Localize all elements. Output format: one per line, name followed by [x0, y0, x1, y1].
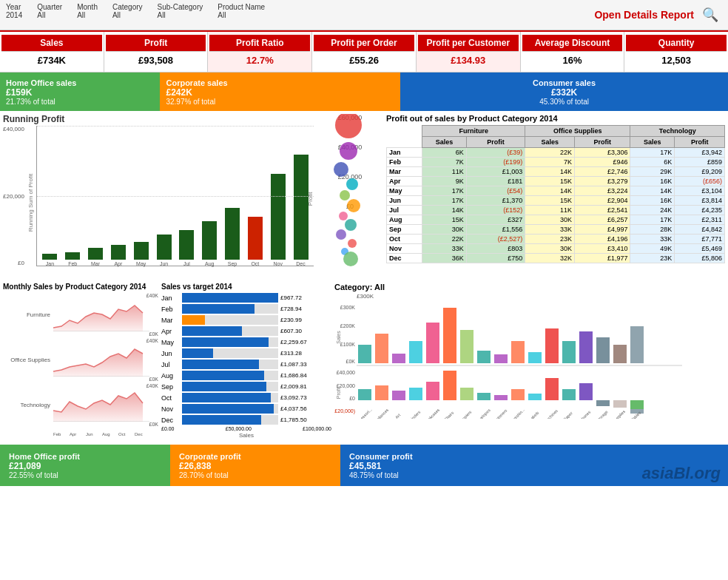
mini-x-labels: Feb Apr Jun Aug Oct Dec: [3, 428, 158, 437]
main-content: Running Profit £40,000 £20,000 £0 Runnin…: [0, 111, 728, 280]
table-row: Jun17K£1,37015K£2,90416K£3,814: [387, 196, 725, 206]
table-row: Mar11K£1,00314K£2,74629K£9,209: [387, 167, 725, 177]
month-cell: May: [387, 186, 422, 196]
office-mini-chart: £40K £0K: [53, 338, 158, 382]
svg-text:Chairs: Chairs: [443, 411, 455, 419]
svg-text:Accessori...: Accessori...: [354, 407, 373, 419]
svg-rect-39: [596, 337, 610, 363]
y-label-0: £0: [18, 260, 24, 266]
filter-year[interactable]: Year 2014: [6, 3, 22, 19]
tech-chart-row: Technology £40K £0K: [3, 383, 158, 427]
svg-text:Appliances: Appliances: [372, 408, 389, 419]
category-all-section: Category: All £300K £300K £200K £100K £0…: [334, 283, 725, 439]
running-profit-title: Running Profit: [3, 114, 314, 124]
filter-subcategory[interactable]: Sub-Category All: [158, 3, 203, 19]
monthly-sales-title: Monthly Sales by Product Category 2014: [3, 283, 158, 291]
seg-home-value: £159K: [6, 87, 32, 98]
footer-consumer-label: Consumer profit: [349, 452, 719, 461]
svg-point-2: [334, 162, 348, 177]
svg-point-7: [345, 219, 357, 231]
table-row: Jan6K(£39)22K£3,30617K£3,942: [387, 148, 725, 158]
target-row: Nov£4,037.56: [161, 404, 331, 414]
kpi-sales-header: Sales: [1, 35, 102, 52]
category-all-title: Category: All: [334, 283, 725, 291]
svg-text:Apr: Apr: [70, 432, 76, 436]
kpi-profit-value: £93,508: [106, 52, 206, 69]
table-row: Aug15K£32730K£6,25717K£2,311: [387, 215, 725, 225]
svg-text:Paper: Paper: [562, 411, 573, 419]
svg-text:Jun: Jun: [86, 432, 93, 436]
open-details-label: Open Details Report: [594, 9, 694, 21]
th-office: Office Supplies: [525, 126, 630, 137]
filter-subcategory-value: All: [158, 11, 203, 19]
bar-jan-fill: [42, 254, 57, 260]
seg-home-pct: 21.73% of total: [6, 98, 55, 106]
bar-may: May: [129, 242, 152, 266]
svg-rect-48: [375, 385, 388, 400]
gridline-mid: [37, 196, 314, 197]
svg-rect-61: [596, 400, 610, 406]
footer-corporate-pct: 28.70% of total: [179, 471, 331, 479]
target-row: Aug£1,686.84: [161, 371, 331, 380]
svg-text:Feb: Feb: [53, 432, 61, 436]
right-section: £60,000 £40,000 £20,000 £0: [317, 114, 725, 280]
kpi-sales: Sales £734K: [0, 32, 104, 72]
magnify-icon: 🔍: [698, 3, 722, 27]
filter-quarter[interactable]: Quarter All: [37, 3, 62, 19]
bubble-container: [323, 114, 383, 263]
bubble-chart-section: £60,000 £40,000 £20,000 £0: [317, 114, 383, 263]
svg-point-9: [348, 239, 357, 248]
category-chart-wrapper: £300K £300K £200K £100K £0K: [334, 293, 725, 419]
y-label-40k: £40,000: [3, 126, 24, 132]
month-cell: Oct: [387, 235, 422, 244]
target-chart-rows: Jan£967.72Feb£728.94Mar£230.99Apr£607.30…: [161, 293, 331, 425]
kpi-sales-value: £734K: [1, 52, 102, 69]
svg-text:£0K: £0K: [346, 359, 356, 364]
kpi-profit-ratio-header: Profit Ratio: [209, 35, 310, 52]
month-cell: Dec: [387, 254, 422, 263]
svg-rect-47: [358, 389, 371, 400]
footer-home-label: Home Office profit: [9, 452, 161, 461]
svg-text:Supplies: Supplies: [612, 409, 626, 419]
bar-nov: Nov: [266, 174, 289, 266]
svg-text:Copiers: Copiers: [459, 410, 473, 419]
bar-jul-fill: [179, 230, 194, 260]
svg-text:Phones: Phones: [579, 410, 592, 419]
bar-jan: Jan: [38, 254, 61, 266]
filter-month[interactable]: Month All: [77, 3, 98, 19]
month-cell: Jun: [387, 196, 422, 206]
furniture-chart-row: Furniture £40K £0K: [3, 293, 158, 337]
svg-rect-64: [630, 400, 644, 409]
svg-text:£0: £0: [349, 396, 355, 401]
th-fur-sales: Sales: [422, 137, 467, 148]
bar-oct: Oct: [243, 217, 266, 266]
filter-category[interactable]: Category All: [112, 3, 143, 19]
target-row: Apr£607.30: [161, 326, 331, 336]
kpi-avg-discount-header: Average Discount: [522, 35, 623, 52]
bubble-svg: [323, 114, 374, 269]
table-row: Apr9K£18115K£3,27916K(£656): [387, 177, 725, 186]
filter-productname[interactable]: Product Name All: [218, 3, 265, 19]
seg-corporate-label: Corporate sales: [166, 78, 227, 87]
filter-quarter-value: All: [37, 11, 62, 19]
table-row: Dec36K£75032K£1,97723K£5,806: [387, 254, 725, 263]
svg-text:Machines: Machines: [543, 408, 559, 419]
open-details-button[interactable]: Open Details Report 🔍: [594, 3, 722, 27]
svg-rect-59: [562, 389, 576, 400]
sales-vs-target-title: Sales vs target 2014: [161, 283, 331, 291]
kpi-profit-per-customer-value: £134.93: [418, 52, 519, 69]
category-svg: £300K £200K £100K £0K: [334, 300, 682, 419]
furniture-svg: [53, 298, 149, 331]
seg-corporate-value: £242K: [166, 87, 192, 98]
footer-home: Home Office profit £21,089 22.55% of tot…: [0, 445, 170, 486]
svg-rect-28: [409, 341, 422, 363]
svg-rect-57: [528, 394, 542, 400]
svg-rect-51: [426, 382, 439, 400]
sales-axis-0: £0.00: [161, 426, 175, 431]
seg-consumer-pct: 45.30% of total: [539, 98, 589, 106]
target-row: Jun£313.28: [161, 348, 331, 358]
bar-dec-fill: [294, 155, 309, 260]
bar-aug: Aug: [198, 221, 221, 266]
svg-rect-40: [613, 345, 627, 363]
svg-text:Art: Art: [394, 413, 402, 419]
